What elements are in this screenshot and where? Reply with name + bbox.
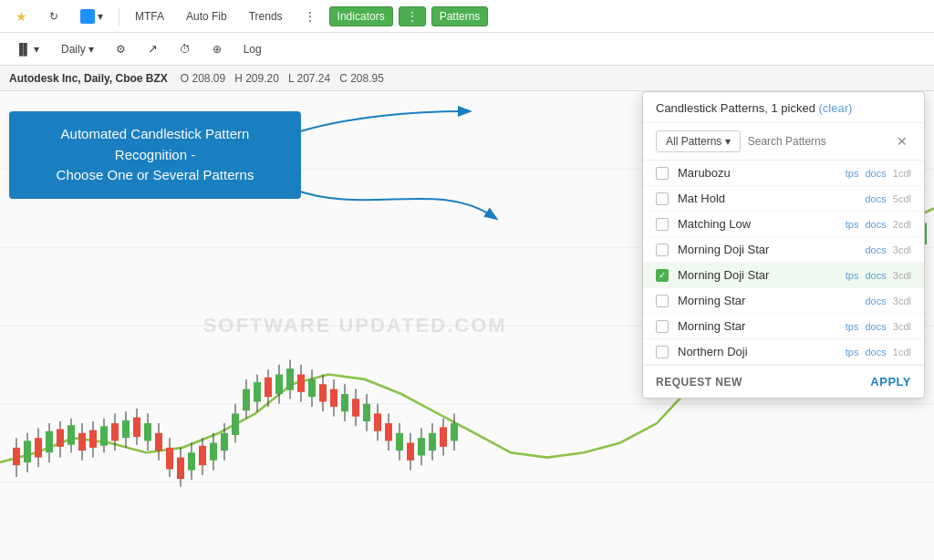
refresh-button[interactable]: ↻ [41, 6, 67, 26]
list-item[interactable]: Morning Star tps docs 3cdl [643, 314, 924, 339]
main-chart-area: SOFTWARE UPDATED.COM Automated Candlesti… [0, 91, 934, 560]
request-new-button[interactable]: REQUEST NEW [656, 376, 742, 389]
patterns-button[interactable]: Patterns [431, 6, 489, 26]
compare-button[interactable]: ↗ [140, 38, 166, 59]
dropdown-footer: REQUEST NEW APPLY [643, 365, 924, 398]
list-item[interactable]: Marubozu tps docs 1cdl [643, 161, 924, 186]
pattern-tags: docs 3cdl [866, 244, 912, 255]
svg-rect-41 [199, 446, 206, 465]
svg-rect-15 [57, 430, 64, 447]
svg-rect-39 [188, 452, 195, 470]
pattern-checkbox-marubozu[interactable] [656, 167, 669, 180]
pattern-checkbox-morningdoji2[interactable]: ✓ [656, 269, 669, 282]
svg-rect-59 [297, 375, 305, 392]
svg-rect-33 [155, 433, 162, 451]
chart-info-bar: Autodesk Inc, Daily, Cboe BZX O 208.09 H… [0, 66, 934, 91]
pattern-checkbox-morningdoji1[interactable] [656, 244, 669, 256]
indicators-more-button[interactable]: ⋮ [399, 6, 426, 26]
svg-rect-61 [308, 379, 316, 397]
patterns-dropdown: Candlestick Patterns, 1 picked (clear) A… [642, 91, 925, 399]
svg-rect-13 [46, 431, 53, 453]
refresh-icon: ↻ [49, 10, 58, 23]
separator-1 [119, 7, 119, 26]
pattern-tags: tps docs 1cdl [846, 168, 911, 179]
svg-rect-87 [451, 423, 458, 441]
pattern-name: Mat Hold [678, 192, 856, 205]
svg-rect-21 [89, 430, 97, 448]
clock-button[interactable]: ⏱ [171, 39, 199, 59]
clear-link[interactable]: (clear) [818, 101, 852, 115]
pattern-checkbox-mathold[interactable] [656, 192, 669, 205]
all-patterns-button[interactable]: All Patterns ▾ [656, 130, 741, 152]
interval-button[interactable]: Daily ▾ [53, 39, 102, 59]
search-input[interactable] [748, 135, 886, 148]
pattern-name: Morning Doji Star [678, 268, 836, 282]
star-icon: ★ [16, 9, 27, 24]
pattern-checkbox-morningstar2[interactable] [656, 320, 669, 333]
bar-type-dropdown-icon: ▾ [34, 43, 39, 56]
pattern-tags: tps docs 1cdl [846, 347, 911, 358]
pattern-tags: docs 3cdl [866, 296, 912, 306]
pattern-tags: tps docs 3cdl [846, 270, 911, 281]
pattern-tags: tps docs 2cdl [846, 219, 911, 230]
svg-rect-25 [111, 423, 119, 441]
svg-rect-85 [440, 427, 447, 446]
svg-rect-45 [221, 433, 228, 451]
color-swatch-icon [80, 9, 95, 24]
symbol-label: Autodesk Inc, Daily, Cboe BZX [9, 72, 168, 85]
svg-rect-57 [286, 368, 294, 390]
more-button-1[interactable]: ⋮ [296, 6, 324, 26]
mtfa-button[interactable]: MTFA [127, 6, 172, 26]
svg-rect-71 [363, 404, 370, 421]
list-item[interactable]: Matching Low tps docs 2cdl [643, 212, 924, 237]
color-button[interactable]: ▾ [72, 5, 111, 27]
pattern-name: Morning Doji Star [678, 243, 856, 256]
top-toolbar: ★ ↻ ▾ MTFA Auto Fib Trends ⋮ Indicators … [0, 0, 934, 33]
svg-rect-81 [418, 438, 425, 455]
bar-type-icon: ▐▌ [16, 43, 31, 56]
list-item[interactable]: Mat Hold docs 5cdl [643, 186, 924, 212]
trends-button[interactable]: Trends [241, 6, 291, 26]
apply-button[interactable]: APPLY [870, 375, 911, 389]
svg-rect-37 [177, 458, 184, 480]
compare-icon: ↗ [148, 42, 158, 56]
svg-rect-63 [319, 384, 327, 401]
settings-button[interactable]: ⚙ [108, 39, 134, 59]
pattern-checkbox-morningstar1[interactable] [656, 295, 669, 307]
interval-dropdown-icon: ▾ [88, 43, 94, 56]
dropdown-header: Candlestick Patterns, 1 picked (clear) [643, 92, 924, 123]
svg-rect-31 [144, 423, 151, 441]
color-dropdown-icon: ▾ [98, 10, 103, 23]
open-value: O 208.09 [181, 72, 225, 85]
pattern-name: Northern Doji [678, 345, 836, 358]
crosshair-button[interactable]: ⊕ [204, 39, 230, 59]
pattern-name: Morning Star [678, 319, 836, 333]
svg-rect-9 [24, 441, 31, 462]
svg-rect-43 [210, 443, 217, 461]
svg-rect-73 [374, 413, 381, 430]
pattern-checkbox-matchinglow[interactable] [656, 218, 669, 231]
list-item-checked[interactable]: ✓ Morning Doji Star tps docs 3cdl [643, 263, 924, 288]
list-item[interactable]: Morning Star docs 3cdl [643, 288, 924, 314]
list-item[interactable]: Northern Doji tps docs 1cdl [643, 339, 924, 365]
svg-rect-19 [78, 433, 86, 451]
bar-type-button[interactable]: ▐▌ ▾ [7, 39, 47, 59]
indicators-button[interactable]: Indicators [329, 6, 393, 26]
list-item[interactable]: Morning Doji Star docs 3cdl [643, 237, 924, 263]
pattern-checkbox-northerndoji[interactable] [656, 346, 669, 358]
pattern-tags: tps docs 3cdl [846, 321, 911, 332]
svg-rect-77 [396, 433, 403, 451]
svg-rect-53 [265, 378, 272, 397]
clock-icon: ⏱ [180, 43, 191, 56]
auto-fib-button[interactable]: Auto Fib [178, 6, 235, 26]
star-button[interactable]: ★ [7, 5, 36, 27]
svg-rect-29 [133, 418, 140, 437]
svg-rect-47 [232, 413, 239, 435]
search-close-button[interactable]: ✕ [893, 132, 911, 150]
svg-rect-67 [341, 394, 348, 411]
svg-rect-75 [385, 423, 392, 441]
info-box-text: Automated Candlestick Pattern Recognitio… [57, 126, 254, 182]
svg-rect-83 [429, 433, 436, 451]
log-button[interactable]: Log [235, 39, 270, 59]
pattern-tags: docs 5cdl [866, 193, 912, 204]
